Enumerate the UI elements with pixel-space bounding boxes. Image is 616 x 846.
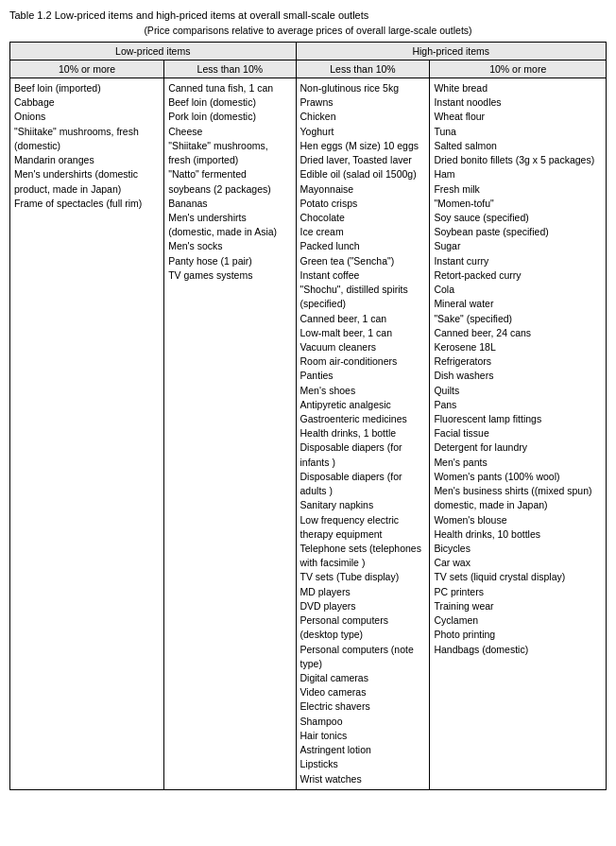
- col4-header: 10% or more: [430, 60, 607, 78]
- high-priced-header: High-priced items: [296, 43, 606, 60]
- low-priced-header: Low-priced items: [10, 43, 297, 60]
- main-table: Low-priced items High-priced items 10% o…: [9, 42, 607, 790]
- col3-data: Non-glutinous rice 5kgPrawnsChickenYoghu…: [296, 78, 430, 790]
- col2-header: Less than 10%: [164, 60, 296, 78]
- subtitle: (Price comparisons relative to average p…: [9, 25, 607, 36]
- col4-data: White breadInstant noodlesWheat flourTun…: [430, 78, 607, 790]
- col1-header: 10% or more: [10, 60, 164, 78]
- col1-data: Beef loin (imported)CabbageOnions"Shiita…: [10, 78, 164, 790]
- col3-header: Less than 10%: [296, 60, 430, 78]
- col2-data: Canned tuna fish, 1 canBeef loin (domest…: [164, 78, 296, 790]
- page-title: Table 1.2 Low-priced items and high-pric…: [9, 9, 607, 21]
